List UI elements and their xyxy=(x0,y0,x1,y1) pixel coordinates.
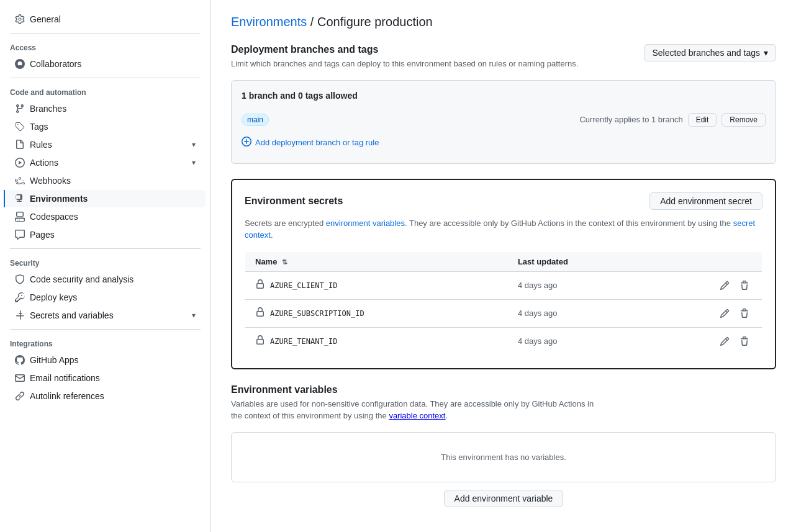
plus-circle-icon xyxy=(242,137,251,148)
chevron-down-icon: ▾ xyxy=(764,48,768,58)
deployment-dropdown-button[interactable]: Selected branches and tags ▾ xyxy=(644,44,776,61)
sidebar-item-autolink[interactable]: Autolink references xyxy=(5,387,206,405)
table-row: AZURE_SUBSCRIPTION_ID 4 days ago xyxy=(245,299,762,327)
sidebar-github-apps-label: GitHub Apps xyxy=(30,355,79,365)
key-icon xyxy=(15,292,25,302)
sidebar-section-access: Access xyxy=(0,38,210,55)
secrets-section: Environment secrets Add environment secr… xyxy=(231,179,776,369)
sidebar-autolink-label: Autolink references xyxy=(30,391,104,401)
sidebar-webhooks-label: Webhooks xyxy=(30,176,71,186)
sidebar-item-email-notifications[interactable]: Email notifications xyxy=(5,369,206,387)
branch-row: main Currently applies to 1 branch Edit … xyxy=(242,108,766,132)
sidebar-deploy-keys-label: Deploy keys xyxy=(30,292,77,302)
delete-secret-button[interactable] xyxy=(737,306,752,321)
sidebar-collaborators-label: Collaborators xyxy=(30,59,81,69)
sidebar-divider-3 xyxy=(10,248,201,249)
variable-context-link[interactable]: variable context xyxy=(389,411,445,420)
sidebar-item-general[interactable]: General xyxy=(5,11,206,28)
add-rule-link[interactable]: Add deployment branch or tag rule xyxy=(242,132,766,153)
sidebar-item-actions[interactable]: Actions ▾ xyxy=(5,154,206,171)
branch-row-right: Currently applies to 1 branch Edit Remov… xyxy=(579,113,766,127)
variables-section: Environment variables Variables are used… xyxy=(231,384,776,507)
secrets-table-body: AZURE_CLIENT_ID 4 days ago xyxy=(245,271,762,355)
sidebar-item-deploy-keys[interactable]: Deploy keys xyxy=(5,289,206,306)
sidebar-actions-label: Actions xyxy=(30,158,58,168)
table-row: AZURE_CLIENT_ID 4 days ago xyxy=(245,271,762,299)
deployment-header-text: Deployment branches and tags Limit which… xyxy=(231,44,578,70)
secret-actions xyxy=(651,271,762,299)
remove-branch-button[interactable]: Remove xyxy=(721,113,766,127)
secret-name-cell: AZURE_CLIENT_ID xyxy=(245,271,508,299)
secrets-name-header: Name ⇅ xyxy=(245,251,508,271)
branch-icon xyxy=(15,104,25,114)
sidebar-section-security: Security xyxy=(0,254,210,270)
sidebar-item-codespaces[interactable]: Codespaces xyxy=(5,208,206,225)
secrets-icon xyxy=(15,310,25,320)
sidebar-item-pages[interactable]: Pages xyxy=(5,226,206,243)
branch-box: 1 branch and 0 tags allowed main Current… xyxy=(231,80,776,164)
secrets-updated-header: Last updated xyxy=(508,251,651,271)
shield-icon xyxy=(15,274,25,284)
secret-name: AZURE_CLIENT_ID xyxy=(270,281,337,290)
variables-empty-state: This environment has no variables. xyxy=(231,432,776,482)
edit-branch-button[interactable]: Edit xyxy=(688,113,717,127)
pages-icon xyxy=(15,230,25,240)
sidebar-item-webhooks[interactable]: Webhooks xyxy=(5,172,206,189)
sidebar: General Access Collaborators Code and au… xyxy=(0,0,211,532)
secret-updated: 4 days ago xyxy=(508,271,651,299)
sidebar-item-collaborators[interactable]: Collaborators xyxy=(5,55,206,73)
branch-applies-text: Currently applies to 1 branch xyxy=(579,115,682,124)
sidebar-item-github-apps[interactable]: GitHub Apps xyxy=(5,351,206,369)
breadcrumb-separator: / xyxy=(310,15,314,29)
add-variable-button[interactable]: Add environment variable xyxy=(444,490,564,507)
add-variable-container: Add environment variable xyxy=(231,490,776,507)
secrets-description: Secrets are encrypted environment variab… xyxy=(245,217,762,241)
secrets-title: Environment secrets xyxy=(245,196,343,207)
rules-chevron-icon: ▾ xyxy=(192,140,196,149)
variables-description: Variables are used for non-sensitive con… xyxy=(231,398,604,422)
edit-secret-button[interactable] xyxy=(717,306,732,321)
edit-secret-button[interactable] xyxy=(717,278,732,293)
delete-secret-button[interactable] xyxy=(737,278,752,293)
deployment-header: Deployment branches and tags Limit which… xyxy=(231,44,776,70)
secret-updated: 4 days ago xyxy=(508,327,651,355)
delete-secret-button[interactable] xyxy=(737,334,752,349)
sort-icon: ⇅ xyxy=(282,258,287,266)
breadcrumb-environments-link[interactable]: Environments xyxy=(231,15,307,29)
sidebar-item-secrets[interactable]: Secrets and variables ▾ xyxy=(5,307,206,324)
lock-icon xyxy=(255,307,265,319)
table-row: AZURE_TENANT_ID 4 days ago xyxy=(245,327,762,355)
sidebar-rules-label: Rules xyxy=(30,140,52,150)
variables-header: Environment variables Variables are used… xyxy=(231,384,776,422)
env-vars-link[interactable]: environment variables xyxy=(326,219,405,228)
variables-title: Environment variables xyxy=(231,384,604,395)
add-secret-button[interactable]: Add environment secret xyxy=(649,192,762,210)
sidebar-item-code-security[interactable]: Code security and analysis xyxy=(5,271,206,288)
deployment-description: Limit which branches and tags can deploy… xyxy=(231,58,578,70)
edit-secret-button[interactable] xyxy=(717,334,732,349)
secret-actions xyxy=(651,299,762,327)
sidebar-divider-2 xyxy=(10,78,201,78)
sidebar-section-code-auto: Code and automation xyxy=(0,83,210,99)
branch-tag: main xyxy=(242,114,269,126)
sidebar-email-label: Email notifications xyxy=(30,373,100,383)
sidebar-item-branches[interactable]: Branches xyxy=(5,100,206,117)
secrets-table: Name ⇅ Last updated AZURE_CLIENT_ID xyxy=(245,251,762,356)
sidebar-item-rules[interactable]: Rules ▾ xyxy=(5,136,206,153)
sidebar-divider-1 xyxy=(10,33,201,34)
sidebar-item-environments[interactable]: Environments xyxy=(4,190,206,207)
rules-icon xyxy=(15,140,25,150)
secret-name-cell: AZURE_SUBSCRIPTION_ID xyxy=(245,299,508,327)
secrets-table-head: Name ⇅ Last updated xyxy=(245,251,762,271)
breadcrumb-current: Configure production xyxy=(317,15,433,29)
lock-icon xyxy=(255,335,265,347)
sidebar-code-security-label: Code security and analysis xyxy=(30,274,133,284)
secret-context-link[interactable]: secret context xyxy=(245,219,755,240)
webhooks-icon xyxy=(15,176,25,186)
secret-name-cell: AZURE_TENANT_ID xyxy=(245,327,508,355)
codespaces-icon xyxy=(15,212,25,222)
sidebar-item-tags[interactable]: Tags xyxy=(5,118,206,135)
branch-box-title: 1 branch and 0 tags allowed xyxy=(242,91,766,101)
lock-icon xyxy=(255,279,265,291)
sidebar-tags-label: Tags xyxy=(30,122,48,132)
